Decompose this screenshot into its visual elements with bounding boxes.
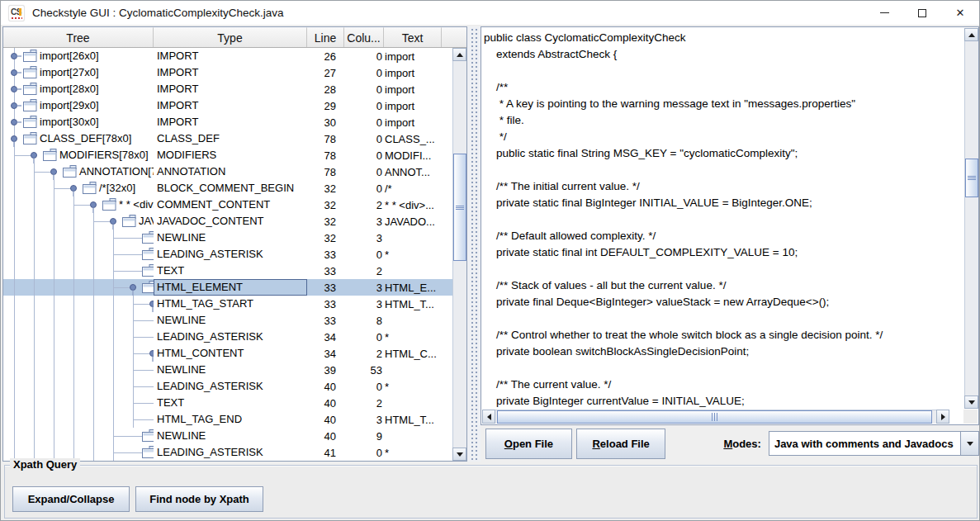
type-cell: LEADING_ASTERISK <box>154 378 307 395</box>
table-row[interactable]: NEWLINENEWLINE338 <box>3 312 452 329</box>
tree-cell: NEWLINE <box>3 428 154 444</box>
table-row[interactable]: LEADING_ASTERISKLEADING_ASTERISK400* <box>3 378 452 395</box>
tree-expand-knob-expanded-icon[interactable] <box>7 130 21 147</box>
type-cell: JAVADOC_CONTENT <box>154 213 307 230</box>
table-row[interactable]: MODIFIERS[78x0]MODIFIERS780MODIFI... <box>3 147 452 163</box>
tree-expand-knob-collapsed-icon[interactable] <box>7 48 21 64</box>
scroll-up-icon[interactable] <box>452 48 466 61</box>
table-row[interactable]: /*[32x0]BLOCK_COMMENT_BEGIN320/* <box>3 180 452 197</box>
combo-dropdown-button[interactable] <box>960 432 978 455</box>
scroll-left-icon[interactable] <box>482 410 495 424</box>
code-scrollpane: public class CyclomaticComplexityCheck e… <box>481 26 979 425</box>
table-row[interactable]: HTML_ELEMENTHTML_ELEMENT333HTML_E... <box>3 279 452 296</box>
type-cell: HTML_CONTENT <box>154 345 307 362</box>
tree-expand-knob-expanded-icon[interactable] <box>106 213 121 230</box>
table-row[interactable]: ANNOTATION[78x0]ANNOTATION780ANNOT... <box>3 163 452 180</box>
file-actions-row: Open File Reload File Modes: Java with c… <box>481 425 979 462</box>
tree-expand-knob-expanded-icon[interactable] <box>86 197 101 213</box>
tree-expand-knob-collapsed-icon[interactable] <box>7 64 21 81</box>
tree-expand-knob-collapsed-icon[interactable] <box>7 81 21 97</box>
scrollbar-thumb[interactable] <box>965 159 978 197</box>
scroll-up-icon[interactable] <box>964 28 978 41</box>
table-row[interactable]: * * <div>...[32x2]COMMENT_CONTENT322* * … <box>3 197 452 213</box>
column-cell: 3 <box>344 282 384 294</box>
table-row[interactable]: import[27x0]IMPORT270import <box>3 64 452 81</box>
tree-expand-knob-collapsed-icon[interactable] <box>7 97 21 114</box>
tree-expand-knob-expanded-icon[interactable] <box>46 163 61 180</box>
text-cell: import <box>384 116 452 129</box>
table-row[interactable]: NEWLINENEWLINE323 <box>3 230 452 246</box>
tree-cell: ANNOTATION[78x0] <box>3 163 154 180</box>
line-cell: 28 <box>307 83 344 96</box>
scroll-right-icon[interactable] <box>936 410 949 424</box>
scroll-down-icon[interactable] <box>452 448 466 461</box>
column-cell: 0 <box>344 249 384 261</box>
code-view[interactable]: public class CyclomaticComplexityCheck e… <box>482 27 963 409</box>
modes-combobox[interactable]: Java with comments and Javadocs <box>769 431 979 456</box>
column-header-text[interactable]: Text <box>384 27 442 47</box>
split-pane-divider[interactable] <box>467 26 481 462</box>
tree-cell: /*[32x0] <box>3 180 154 197</box>
line-cell: 32 <box>307 216 344 228</box>
type-cell: LEADING_ASTERISK <box>154 246 307 263</box>
table-row[interactable]: LEADING_ASTERISKLEADING_ASTERISK340* <box>3 329 452 345</box>
table-row[interactable]: JAVADOC_CONTENT[32x3]JAVADOC_CONTENT323J… <box>3 213 452 230</box>
table-row[interactable]: import[26x0]IMPORT260import <box>3 48 452 64</box>
column-header-type[interactable]: Type <box>154 27 307 47</box>
scrollbar-thumb[interactable] <box>497 410 932 424</box>
tree-node-icon <box>23 116 37 130</box>
type-cell: HTML_ELEMENT <box>154 279 307 296</box>
table-row[interactable]: TEXTTEXT402 <box>3 395 452 411</box>
tree-expand-knob-expanded-icon[interactable] <box>145 296 154 312</box>
line-cell: 78 <box>307 133 344 145</box>
tree-table-vertical-scrollbar[interactable] <box>452 48 466 461</box>
table-row[interactable]: HTML_TAG_ENDHTML_TAG_END403HTML_T... <box>3 411 452 428</box>
text-cell: import <box>384 83 452 96</box>
text-cell: HTML_T... <box>384 414 452 426</box>
tree-expand-knob-expanded-icon[interactable] <box>66 180 81 197</box>
column-cell: 0 <box>344 83 384 96</box>
type-cell: IMPORT <box>154 114 307 130</box>
tree-expand-knob-expanded-icon[interactable] <box>26 147 41 163</box>
table-row[interactable]: HTML_CONTENTHTML_CONTENT342HTML_C... <box>3 345 452 362</box>
window-controls: ✕ <box>865 1 979 25</box>
text-cell: HTML_C... <box>384 348 452 360</box>
line-cell: 33 <box>307 315 344 327</box>
minimize-button[interactable] <box>865 1 903 25</box>
reload-file-button[interactable]: Reload File <box>576 429 666 459</box>
table-row[interactable]: NEWLINENEWLINE3953 <box>3 362 452 378</box>
table-row[interactable]: import[30x0]IMPORT300import <box>3 114 452 130</box>
table-row[interactable]: TEXTTEXT332 <box>3 263 452 279</box>
window-title: Checkstyle GUI : CyclomaticComplexityChe… <box>32 7 284 19</box>
tree-expand-knob-expanded-icon[interactable] <box>125 279 140 296</box>
scrollbar-thumb[interactable] <box>453 154 466 261</box>
column-header-line[interactable]: Line <box>307 27 344 47</box>
close-icon: ✕ <box>956 7 965 18</box>
maximize-button[interactable] <box>903 1 941 25</box>
tree-expand-knob-collapsed-icon[interactable] <box>7 114 21 130</box>
table-row[interactable]: import[29x0]IMPORT290import <box>3 97 452 114</box>
find-node-by-xpath-button[interactable]: Find node by Xpath <box>135 486 263 512</box>
table-row[interactable]: NEWLINENEWLINE409 <box>3 428 452 444</box>
type-cell: LEADING_ASTERISK <box>154 329 307 345</box>
tree-node-icon <box>142 446 154 461</box>
type-cell: ANNOTATION <box>154 163 307 180</box>
close-button[interactable]: ✕ <box>941 1 979 25</box>
table-row[interactable]: HTML_TAG_STARTHTML_TAG_START333HTML_T... <box>3 296 452 312</box>
tree-node-icon <box>23 99 37 114</box>
text-cell: MODIFI... <box>384 149 452 162</box>
table-row[interactable]: LEADING_ASTERISKLEADING_ASTERISK330* <box>3 246 452 263</box>
minimize-icon <box>880 12 889 13</box>
scroll-down-icon[interactable] <box>964 395 978 409</box>
open-file-button[interactable]: Open File <box>485 429 572 459</box>
line-cell: 32 <box>307 232 344 244</box>
table-row[interactable]: CLASS_DEF[78x0]CLASS_DEF780CLASS_... <box>3 130 452 147</box>
table-row[interactable]: import[28x0]IMPORT280import <box>3 81 452 97</box>
type-cell: IMPORT <box>154 48 307 64</box>
code-horizontal-scrollbar[interactable] <box>482 410 949 424</box>
column-header-tree[interactable]: Tree <box>3 27 154 47</box>
column-header-column[interactable]: Colu... <box>344 27 384 47</box>
expand-collapse-button[interactable]: Expand/Collapse <box>12 486 130 512</box>
tree-expand-knob-expanded-icon[interactable] <box>145 345 154 362</box>
code-vertical-scrollbar[interactable] <box>964 28 978 409</box>
